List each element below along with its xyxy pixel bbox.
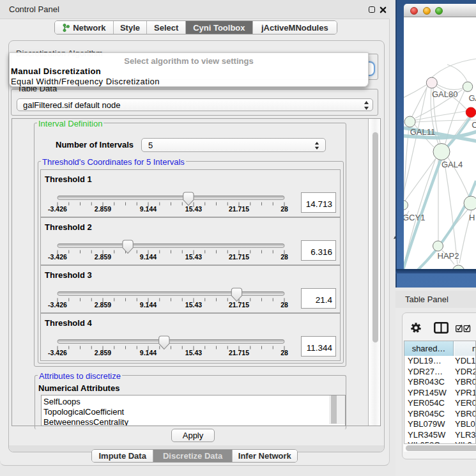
svg-text:C: C — [472, 120, 476, 130]
svg-text:21.715: 21.715 — [229, 205, 249, 213]
svg-text:2.859: 2.859 — [95, 301, 111, 309]
svg-text:15.43: 15.43 — [185, 253, 202, 261]
svg-text:2.859: 2.859 — [95, 205, 111, 213]
svg-text:21.715: 21.715 — [229, 301, 249, 309]
svg-text:9.144: 9.144 — [140, 253, 157, 261]
svg-text:-3.426: -3.426 — [48, 253, 67, 261]
svg-text:GAL11: GAL11 — [410, 127, 436, 137]
svg-text:9.144: 9.144 — [140, 205, 157, 213]
svg-text:-3.426: -3.426 — [48, 205, 67, 213]
svg-text:28: 28 — [280, 253, 288, 261]
svg-text:9.144: 9.144 — [140, 349, 157, 357]
svg-text:21.715: 21.715 — [229, 253, 249, 261]
svg-text:H: H — [469, 213, 475, 222]
svg-text:15.43: 15.43 — [185, 301, 202, 309]
svg-text:15.43: 15.43 — [185, 205, 202, 213]
svg-text:GCY1: GCY1 — [404, 213, 425, 222]
svg-text:9.144: 9.144 — [140, 301, 157, 309]
svg-text:2.859: 2.859 — [95, 253, 111, 261]
svg-text:GA: GA — [469, 93, 476, 103]
svg-text:28: 28 — [280, 349, 288, 357]
svg-text:-3.426: -3.426 — [48, 349, 67, 357]
svg-text:28: 28 — [280, 301, 288, 309]
svg-text:2.859: 2.859 — [95, 349, 111, 357]
svg-text:-3.426: -3.426 — [48, 301, 67, 309]
svg-text:28: 28 — [280, 205, 288, 213]
svg-text:GAL80: GAL80 — [432, 89, 457, 99]
svg-text:15.43: 15.43 — [185, 349, 202, 357]
svg-text:21.715: 21.715 — [229, 349, 249, 357]
svg-text:GAL4: GAL4 — [441, 160, 463, 169]
svg-text:HAP2: HAP2 — [438, 251, 459, 261]
